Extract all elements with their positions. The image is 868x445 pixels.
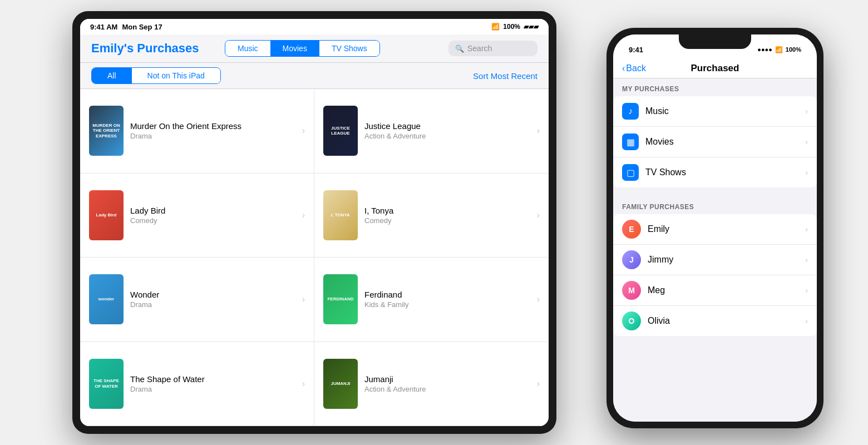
movie-title: Wonder (130, 290, 295, 299)
search-placeholder: Search (467, 44, 492, 53)
movie-poster: JUSTICE LEAGUE (323, 106, 358, 156)
battery-icon: ▰▰▰ (524, 23, 539, 31)
ipad-device: 9:41 AM Mon Sep 17 📶 100% ▰▰▰ Emily's Pu… (72, 11, 556, 434)
back-chevron-icon: ‹ (622, 63, 625, 73)
movie-genre: Kids & Family (364, 300, 530, 309)
movie-genre: Drama (130, 385, 295, 393)
family-member-emily[interactable]: E Emily › (613, 214, 817, 245)
movie-genre: Drama (130, 300, 295, 309)
movie-title: Justice League (364, 121, 530, 131)
chevron-right-icon: › (537, 210, 540, 220)
battery-text: 100% (503, 23, 520, 31)
movie-genre: Drama (130, 132, 295, 140)
back-button[interactable]: ‹ Back (622, 63, 646, 73)
chevron-right-icon: › (805, 317, 808, 325)
movie-title: Ferdinand (364, 290, 530, 299)
movie-item[interactable]: JUSTICE LEAGUE Justice League Action & A… (314, 89, 549, 174)
segment-tvshows[interactable]: TV Shows (319, 41, 379, 56)
movie-title: I, Tonya (364, 206, 530, 215)
movie-item[interactable]: wonder Wonder Drama › (80, 258, 314, 342)
family-member-olivia[interactable]: O Olivia › (613, 306, 817, 336)
avatar: J (622, 250, 641, 269)
poster-label: JUMANJI (323, 359, 358, 409)
wifi-icon: 📶 (491, 23, 500, 31)
movie-genre: Action & Adventure (364, 132, 530, 140)
row-label: Movies (645, 137, 805, 147)
avatar: O (622, 312, 641, 330)
family-purchases-list: E Emily › J Jimmy › M Meg › O Olivia › (613, 214, 817, 336)
avatar: M (622, 281, 641, 300)
chevron-right-icon: › (805, 286, 808, 295)
poster-label: FERDINAND (323, 274, 358, 324)
member-name: Olivia (648, 316, 805, 326)
search-bar[interactable]: 🔍 Search (448, 41, 537, 56)
movie-info: I, Tonya Comedy (364, 206, 530, 225)
movie-info: The Shape of Water Drama (130, 374, 295, 393)
purchases-row-tv-shows[interactable]: ▢ TV Shows › (613, 157, 817, 187)
movie-poster: FERDINAND (323, 274, 358, 324)
chevron-right-icon: › (537, 294, 540, 304)
search-icon: 🔍 (455, 44, 464, 53)
movie-title: Murder On the Orient Express (130, 121, 295, 131)
movie-item[interactable]: Lady Bird Lady Bird Comedy › (80, 174, 314, 258)
segment-music[interactable]: Music (225, 41, 270, 56)
row-label: TV Shows (645, 167, 805, 177)
iphone-device: 9:41 ●●●● 📶 100% ‹ Back Purchased MY PUR… (606, 28, 823, 428)
ipad-header: Emily's Purchases Music Movies TV Shows … (80, 34, 549, 63)
movie-title: The Shape of Water (130, 374, 295, 384)
movie-item[interactable]: THE SHAPE OF WATER The Shape of Water Dr… (80, 342, 314, 427)
iphone-notch (679, 34, 751, 49)
family-purchases-header: FAMILY PURCHASES (613, 196, 817, 214)
page-title: Emily's Purchases (91, 41, 214, 56)
poster-label: JUSTICE LEAGUE (323, 106, 358, 156)
iphone-content: MY PURCHASES ♪ Music › ▦ Movies › ▢ TV S… (613, 78, 817, 422)
movie-poster: JUMANJI (323, 359, 358, 409)
purchases-row-music[interactable]: ♪ Music › (613, 96, 817, 127)
chevron-right-icon: › (302, 210, 305, 220)
filter-not-on-ipad-tab[interactable]: Not on This iPad (132, 68, 220, 83)
member-name: Meg (648, 285, 805, 295)
family-member-meg[interactable]: M Meg › (613, 275, 817, 306)
member-name: Jimmy (648, 255, 805, 265)
ipad-subheader: All Not on This iPad Sort Most Recent (80, 63, 549, 89)
content-type-segment[interactable]: Music Movies TV Shows (225, 40, 380, 57)
movie-poster: wonder (89, 274, 124, 324)
filter-tabs[interactable]: All Not on This iPad (91, 67, 221, 84)
iphone-time: 9:41 (629, 46, 643, 54)
ipad-status-bar: 9:41 AM Mon Sep 17 📶 100% ▰▰▰ (80, 19, 549, 34)
movie-poster: THE SHAPE OF WATER (89, 359, 124, 409)
chevron-right-icon: › (537, 379, 540, 389)
sort-control[interactable]: Sort Most Recent (473, 71, 537, 81)
purchases-row-movies[interactable]: ▦ Movies › (613, 127, 817, 157)
movie-genre: Comedy (364, 216, 530, 225)
poster-label: THE SHAPE OF WATER (89, 359, 124, 409)
family-member-jimmy[interactable]: J Jimmy › (613, 245, 817, 275)
movie-info: Jumanji Action & Adventure (364, 374, 530, 393)
movie-genre: Comedy (130, 216, 295, 225)
ipad-time: 9:41 AM (90, 23, 117, 31)
filter-all-tab[interactable]: All (92, 68, 132, 83)
movie-item[interactable]: I, TONYA I, Tonya Comedy › (314, 174, 549, 258)
member-name: Emily (648, 224, 805, 234)
row-icon: ▦ (622, 134, 639, 150)
chevron-right-icon: › (805, 255, 808, 264)
ipad-date: Mon Sep 17 (122, 23, 162, 31)
poster-label: I, TONYA (323, 190, 358, 240)
my-purchases-list: ♪ Music › ▦ Movies › ▢ TV Shows › (613, 96, 817, 187)
avatar: E (622, 220, 641, 239)
movie-item[interactable]: JUMANJI Jumanji Action & Adventure › (314, 342, 549, 427)
segment-movies[interactable]: Movies (270, 41, 319, 56)
movie-info: Justice League Action & Adventure (364, 121, 530, 140)
row-icon: ▢ (622, 164, 639, 181)
movie-item[interactable]: FERDINAND Ferdinand Kids & Family › (314, 258, 549, 342)
signal-icon: ●●●● (757, 46, 772, 53)
poster-label: MURDER ON THE ORIENT EXPRESS (89, 106, 124, 156)
movie-poster: Lady Bird (89, 190, 124, 240)
movie-item[interactable]: MURDER ON THE ORIENT EXPRESS Murder On t… (80, 89, 314, 174)
poster-label: Lady Bird (89, 190, 124, 240)
chevron-right-icon: › (302, 294, 305, 304)
chevron-right-icon: › (805, 107, 808, 116)
sort-label-text: Sort (473, 71, 489, 81)
iphone-screen: 9:41 ●●●● 📶 100% ‹ Back Purchased MY PUR… (613, 34, 817, 422)
back-label: Back (626, 63, 646, 73)
